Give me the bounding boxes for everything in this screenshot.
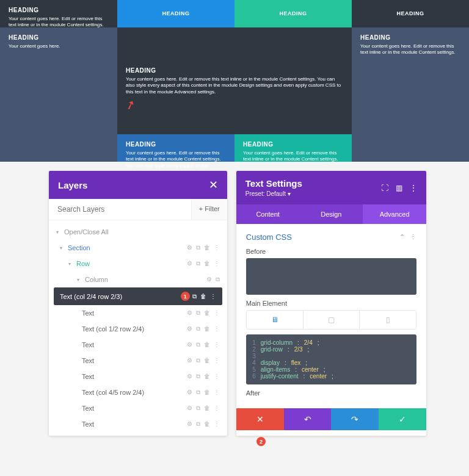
footer-actions: ✕ ↶ ↷ ✓ (236, 408, 426, 430)
grid-cell: HEADING (117, 0, 234, 27)
cancel-button[interactable]: ✕ (236, 408, 284, 430)
grid-cell (352, 134, 469, 162)
after-label: After (246, 389, 416, 397)
tree-column[interactable]: ▾Column⚙⧉ (49, 272, 227, 287)
undo-button[interactable]: ↶ (284, 408, 332, 430)
redo-button[interactable]: ↷ (331, 408, 379, 430)
gear-icon[interactable]: ⚙ (206, 276, 212, 283)
duplicate-icon[interactable]: ⧉ (196, 260, 200, 267)
grid-cell: HEADING (234, 0, 352, 27)
tab-content[interactable]: Content (236, 204, 300, 224)
gear-icon[interactable]: ⚙ (187, 244, 192, 251)
chevron-up-icon[interactable]: ⌃ (399, 233, 405, 241)
device-desktop[interactable]: 🖥 (247, 311, 304, 329)
preview-grid: HEADINGYour content goes here. Edit or r… (0, 0, 469, 162)
trash-icon[interactable]: 🗑 (204, 244, 210, 251)
tree-text[interactable]: Text⚙⧉🗑⋮ (49, 305, 227, 321)
layers-header: Layers ✕ (49, 171, 227, 199)
grid-cell: HEADINGYour content goes here. Edit or r… (0, 0, 117, 27)
open-close-all[interactable]: ▾Open/Close All (49, 224, 227, 240)
before-label: Before (246, 248, 416, 255)
tree-text[interactable]: Text (col 4/5 row 2/4)⚙⧉🗑⋮ (49, 384, 227, 400)
more-icon[interactable]: ⋮ (210, 293, 216, 300)
more-icon[interactable]: ⋮ (410, 233, 416, 241)
trash-icon[interactable]: 🗑 (204, 260, 210, 267)
tab-advanced[interactable]: Advanced (363, 204, 426, 224)
save-button[interactable]: ✓ (379, 408, 426, 430)
filter-button[interactable]: + Filter (191, 199, 227, 220)
settings-tabs: Content Design Advanced (236, 204, 426, 224)
tree-text[interactable]: Text⚙⧉🗑⋮ (49, 400, 227, 416)
badge-2: 2 (256, 437, 266, 446)
badge-1: 1 (181, 292, 190, 301)
preset-selector[interactable]: Preset: Default ▾ (245, 190, 302, 197)
tree-text[interactable]: Text⚙⧉🗑⋮ (49, 337, 227, 353)
close-icon[interactable]: ✕ (209, 178, 218, 192)
grid-cell: HEADING (352, 0, 469, 27)
search-input[interactable] (49, 199, 191, 220)
trash-icon[interactable]: 🗑 (200, 293, 206, 300)
tree-text[interactable]: Text⚙⧉🗑⋮ (49, 353, 227, 369)
more-icon[interactable]: ⋮ (410, 184, 417, 192)
more-icon[interactable]: ⋮ (214, 244, 220, 251)
device-tablet[interactable]: ▢ (304, 311, 360, 329)
main-element-editor[interactable]: 1grid-column: 2/4; 2grid-row: 2/3; 3 4di… (246, 334, 416, 384)
grid-icon[interactable]: ▥ (396, 184, 402, 192)
tree-section[interactable]: ▾Section⚙⧉🗑⋮ (49, 240, 227, 256)
settings-header: Text Settings Preset: Default ▾ ⛶ ▥ ⋮ (236, 171, 426, 204)
more-icon[interactable]: ⋮ (214, 260, 220, 267)
duplicate-icon[interactable]: ⧉ (192, 293, 197, 300)
before-editor[interactable] (246, 258, 416, 295)
custom-css-heading: Custom CSS (246, 233, 292, 242)
gear-icon[interactable]: ⚙ (187, 260, 192, 267)
grid-cell (0, 134, 117, 162)
tree-text[interactable]: Text⚙⧉🗑⋮ (49, 416, 227, 432)
tree-text-selected[interactable]: Text (col 2/4 row 2/3)1⧉🗑⋮ (54, 287, 222, 305)
tab-design[interactable]: Design (300, 204, 363, 224)
grid-cell: HEADINGYour content goes here. Edit or r… (117, 134, 234, 162)
device-phone[interactable]: ▯ (360, 311, 416, 329)
main-element-label: Main Element (246, 300, 416, 307)
layer-tree: ▾Open/Close All ▾Section⚙⧉🗑⋮ ▾Row⚙⧉🗑⋮ ▾C… (49, 220, 227, 436)
grid-cell: HEADINGYour content goes here. Edit or r… (352, 27, 469, 134)
settings-title: Text Settings (245, 178, 302, 189)
expand-icon[interactable]: ⛶ (381, 184, 388, 192)
layers-title: Layers (58, 180, 87, 190)
tree-row[interactable]: ▾Row⚙⧉🗑⋮ (49, 256, 227, 272)
duplicate-icon[interactable]: ⧉ (196, 244, 200, 251)
grid-cell: HEADINGYour content goes here. (0, 27, 117, 134)
tree-text[interactable]: Text⚙⧉🗑⋮ (49, 369, 227, 384)
settings-panel: Text Settings Preset: Default ▾ ⛶ ▥ ⋮ Co… (236, 171, 426, 436)
grid-cell-main: HEADINGYour content goes here. Edit or r… (117, 27, 352, 134)
layers-panel: Layers ✕ + Filter ▾Open/Close All ▾Secti… (49, 171, 227, 436)
tree-text[interactable]: Text (col 1/2 row 2/4)⚙⧉🗑⋮ (49, 321, 227, 337)
duplicate-icon[interactable]: ⧉ (216, 276, 220, 283)
grid-cell: HEADINGYour content goes here. Edit or r… (234, 134, 352, 162)
